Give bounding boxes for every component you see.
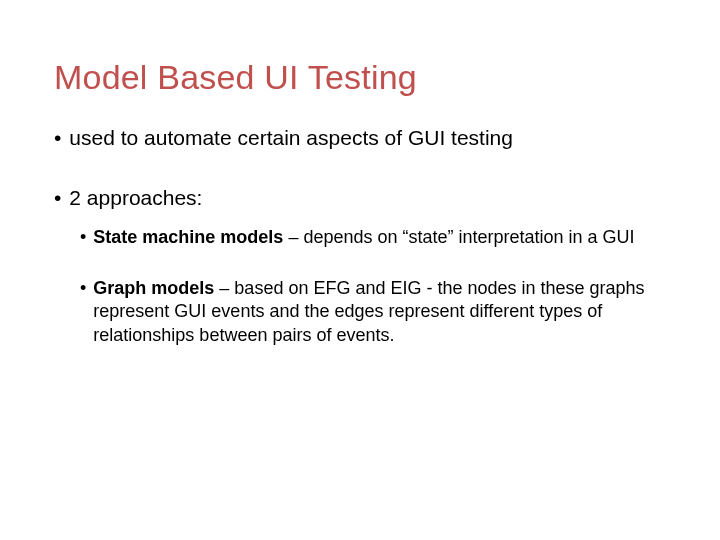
- bullet-icon: •: [54, 185, 61, 211]
- sub-bullet-rest: – depends on “state” interpretation in a…: [283, 227, 634, 247]
- bullet-icon: •: [80, 277, 86, 300]
- slide-title: Model Based UI Testing: [54, 58, 666, 97]
- sub-bullet-text: Graph models – based on EFG and EIG - th…: [93, 277, 653, 347]
- sub-bullet-item: • Graph models – based on EFG and EIG - …: [80, 277, 666, 347]
- bullet-item: • used to automate certain aspects of GU…: [54, 125, 666, 151]
- sub-bullet-item: • State machine models – depends on “sta…: [80, 226, 666, 249]
- slide: Model Based UI Testing • used to automat…: [0, 0, 720, 540]
- sub-bullet-lead: State machine models: [93, 227, 283, 247]
- sub-bullet-lead: Graph models: [93, 278, 214, 298]
- sub-bullet-list: • State machine models – depends on “sta…: [80, 226, 666, 348]
- sub-bullet-text: State machine models – depends on “state…: [93, 226, 634, 249]
- bullet-item: • 2 approaches:: [54, 185, 666, 211]
- bullet-text: used to automate certain aspects of GUI …: [69, 125, 513, 151]
- bullet-icon: •: [80, 226, 86, 249]
- bullet-icon: •: [54, 125, 61, 151]
- bullet-text: 2 approaches:: [69, 185, 202, 211]
